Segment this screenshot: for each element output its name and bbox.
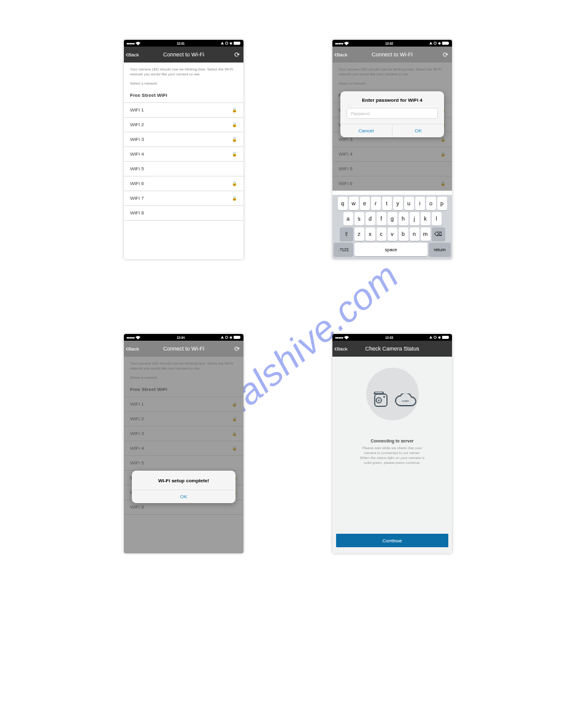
connecting-title: Connecting to server	[370, 439, 413, 443]
key-f[interactable]: f	[377, 212, 386, 226]
key-p[interactable]: p	[437, 197, 447, 210]
key-d[interactable]: d	[366, 212, 375, 226]
clock: 12:02	[385, 42, 393, 45]
svg-rect-4	[442, 42, 448, 45]
network-name: WiFi 2	[130, 122, 144, 127]
key-r[interactable]: r	[371, 197, 381, 210]
network-row[interactable]: WiFi 2🔒	[124, 118, 243, 132]
key-a[interactable]: a	[343, 212, 353, 226]
svg-point-0	[225, 42, 228, 45]
key-t[interactable]: t	[382, 197, 392, 210]
network-name: WiFi 8	[130, 210, 144, 216]
network-row[interactable]: WiFi 7🔒	[124, 191, 243, 206]
key-numbers[interactable]: .?123	[334, 243, 353, 256]
nav-bar: ‹Back Connect to Wi-Fi ⟳	[124, 47, 243, 63]
network-row[interactable]: WiFi 8	[124, 206, 243, 221]
cloud-icon: v.cam	[394, 393, 416, 407]
ok-button[interactable]: OK	[132, 490, 236, 503]
ok-button[interactable]: OK	[392, 124, 444, 137]
key-o[interactable]: o	[426, 197, 436, 210]
cancel-button[interactable]: Cancel	[340, 124, 392, 137]
network-row[interactable]: WiFi 6🔒	[124, 176, 243, 191]
alarm-icon	[225, 42, 228, 45]
lock-icon: 🔒	[232, 123, 237, 127]
svg-rect-15	[383, 396, 385, 398]
network-row[interactable]: WiFi 3🔒	[124, 132, 243, 147]
wifi-icon	[344, 336, 349, 339]
key-delete[interactable]: ⌫	[432, 227, 445, 241]
key-y[interactable]: y	[393, 197, 403, 210]
lock-icon: 🔒	[232, 108, 237, 113]
back-button[interactable]: ‹Back	[332, 51, 348, 58]
key-u[interactable]: u	[404, 197, 414, 210]
svg-rect-10	[442, 336, 448, 339]
network-row[interactable]: WiFi 4🔒	[124, 147, 243, 162]
page-title: Connect to Wi-Fi	[124, 51, 243, 58]
signal-icon: ●●●●●	[126, 42, 134, 45]
key-n[interactable]: n	[410, 227, 419, 241]
bluetooth-icon: ✱	[229, 335, 232, 339]
battery-icon	[234, 336, 241, 339]
refresh-button[interactable]: ⟳	[234, 345, 240, 353]
network-row[interactable]: WiFi 1🔒	[124, 103, 243, 118]
page-title: Check Camera Status	[332, 346, 452, 352]
back-button[interactable]: ‹Back	[124, 345, 139, 352]
key-shift[interactable]: ⇧	[340, 227, 353, 241]
key-b[interactable]: b	[399, 227, 408, 241]
svg-rect-8	[240, 336, 240, 338]
key-g[interactable]: g	[388, 212, 397, 226]
svg-rect-2	[240, 42, 240, 44]
back-label: Back	[128, 346, 139, 352]
lock-icon: 🔒	[232, 137, 237, 142]
svg-rect-1	[234, 42, 240, 45]
key-w[interactable]: w	[349, 197, 359, 210]
network-row[interactable]: WiFi 5	[124, 162, 243, 176]
key-j[interactable]: j	[410, 212, 419, 226]
bluetooth-icon: ✱	[438, 41, 441, 45]
key-return[interactable]: return	[429, 243, 451, 256]
location-icon	[221, 42, 224, 45]
battery-icon	[234, 42, 241, 45]
modal-overlay	[124, 357, 243, 553]
connecting-description: Please wait while we check that your cam…	[360, 446, 424, 465]
signal-icon: ●●●●●	[335, 42, 343, 45]
svg-rect-11	[448, 336, 449, 338]
page-title: Connect to Wi-Fi	[124, 346, 243, 352]
key-s[interactable]: s	[354, 212, 364, 226]
key-v[interactable]: v	[388, 227, 397, 241]
key-i[interactable]: i	[415, 197, 425, 210]
svg-point-9	[434, 336, 436, 339]
back-label: Back	[337, 346, 348, 352]
key-c[interactable]: c	[377, 227, 386, 241]
bluetooth-icon: ✱	[229, 41, 232, 45]
key-k[interactable]: k	[421, 212, 431, 226]
location-icon	[429, 336, 432, 339]
key-space[interactable]: space	[354, 243, 427, 256]
lock-icon: 🔒	[232, 181, 237, 186]
key-h[interactable]: h	[399, 212, 408, 226]
back-button[interactable]: ‹Back	[124, 51, 139, 58]
screenshot-wifi-list: ●●●●● 12:01 ✱ ‹Back Connect to Wi-Fi ⟳ Y…	[124, 40, 243, 259]
key-x[interactable]: x	[366, 227, 375, 241]
key-z[interactable]: z	[354, 227, 364, 241]
location-icon	[429, 42, 432, 45]
network-name: WiFi 4	[130, 151, 144, 157]
key-m[interactable]: m	[421, 227, 431, 241]
refresh-button[interactable]: ⟳	[443, 51, 448, 59]
back-label: Back	[337, 52, 348, 58]
alarm-icon	[434, 42, 437, 45]
clock: 12:03	[385, 336, 393, 339]
key-l[interactable]: l	[432, 212, 442, 226]
nav-bar: ‹Back Connect to Wi-Fi ⟳	[332, 47, 452, 63]
lock-icon: 🔒	[232, 196, 237, 201]
password-input[interactable]	[347, 108, 438, 119]
key-q[interactable]: q	[338, 197, 348, 210]
continue-button[interactable]: Continue	[336, 534, 448, 547]
svg-rect-5	[448, 42, 449, 44]
network-row[interactable]: Free Street WiFi	[124, 88, 243, 103]
wifi-icon	[136, 336, 140, 339]
refresh-button[interactable]: ⟳	[234, 51, 240, 59]
back-button[interactable]: ‹Back	[332, 345, 348, 352]
key-e[interactable]: e	[360, 197, 370, 210]
network-name: WiFi 6	[130, 181, 144, 186]
